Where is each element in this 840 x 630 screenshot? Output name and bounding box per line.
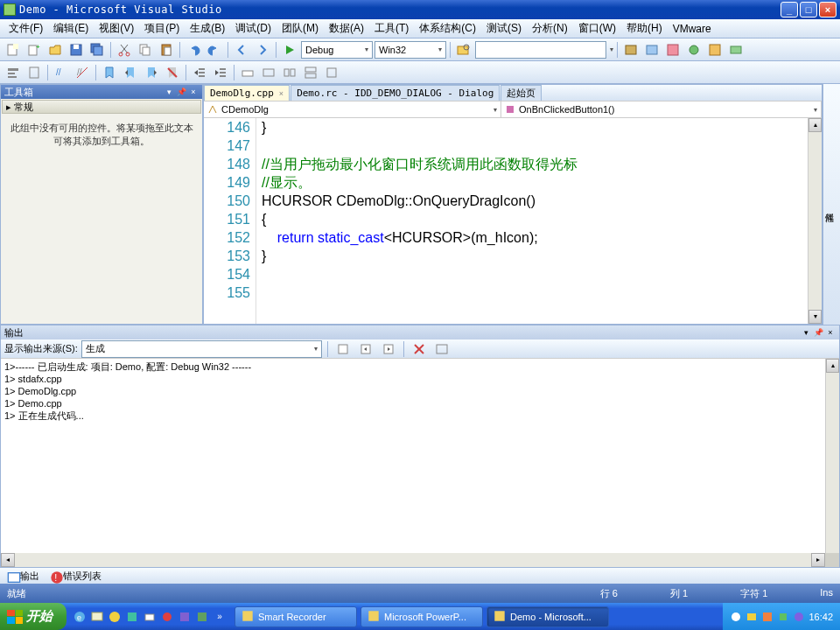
maximize-button[interactable]: □	[800, 2, 817, 18]
tab-close-icon[interactable]: ×	[279, 89, 284, 98]
tb2-j[interactable]	[259, 63, 278, 82]
btn-a[interactable]	[621, 40, 640, 60]
system-tray[interactable]: 16:42	[723, 603, 840, 630]
output-prev-button[interactable]	[356, 340, 375, 359]
menu-帮助H[interactable]: 帮助(H)	[621, 21, 668, 36]
copy-button[interactable]	[136, 40, 155, 60]
save-button[interactable]	[66, 40, 86, 60]
undo-button[interactable]	[184, 40, 203, 60]
toolbox-dropdown-button[interactable]: ▾	[164, 87, 174, 97]
editor-vscroll[interactable]: ▴ ▾	[808, 118, 822, 324]
btn-e[interactable]	[705, 40, 724, 60]
tb2-l[interactable]	[301, 63, 320, 82]
nav-back-button[interactable]	[232, 40, 251, 60]
ql-g[interactable]	[177, 607, 192, 626]
output-goto-button[interactable]	[333, 340, 353, 359]
bottom-tab-err[interactable]: !错误列表	[46, 570, 105, 583]
menu-数据A[interactable]: 数据(A)	[324, 21, 369, 36]
ql-i[interactable]: »	[212, 607, 228, 626]
btn-f[interactable]	[726, 40, 746, 60]
outdent-button[interactable]	[211, 63, 230, 82]
taskbar-button[interactable]: Microsoft PowerP...	[360, 606, 483, 627]
find-input[interactable]	[475, 41, 606, 59]
tray-e-icon[interactable]	[793, 611, 805, 623]
menu-工具T[interactable]: 工具(T)	[369, 21, 414, 36]
redo-button[interactable]	[205, 40, 224, 60]
function-dropdown[interactable]: OnBnClickedButton1()▾	[501, 102, 822, 117]
output-close-button[interactable]: ×	[825, 327, 836, 338]
tb2-i[interactable]	[238, 63, 257, 82]
bookmark-button[interactable]	[100, 63, 119, 82]
output-pin-button[interactable]: 📌	[813, 327, 823, 338]
cut-button[interactable]	[115, 40, 134, 60]
tray-d-icon[interactable]	[777, 611, 789, 623]
right-sidebar-strip[interactable]: 属性	[822, 84, 840, 325]
code-area[interactable]: 146147148149150151152153154155 }//当用户拖动最…	[204, 118, 822, 324]
menu-视图V[interactable]: 视图(V)	[94, 21, 139, 36]
taskbar-button[interactable]: Smart Recorder	[234, 606, 357, 627]
output-dropdown-button[interactable]: ▾	[801, 327, 811, 338]
menu-分析N[interactable]: 分析(N)	[527, 21, 573, 36]
nav-fwd-button[interactable]	[253, 40, 272, 60]
editor-tab[interactable]: DemoDlg.cpp×	[204, 85, 290, 101]
tb2-m[interactable]	[322, 63, 341, 82]
menu-体系结构C[interactable]: 体系结构(C)	[414, 21, 481, 36]
output-text[interactable]: 1>------ 已启动生成: 项目: Demo, 配置: Debug Win3…	[1, 359, 825, 553]
toolbox-group-general[interactable]: ▸ 常规	[2, 100, 201, 114]
taskbar-button[interactable]: Demo - Microsoft...	[486, 606, 609, 627]
btn-b[interactable]	[642, 40, 662, 60]
editor-tab[interactable]: Demo.rc - IDD_DEMO_DIALOG - Dialog	[290, 85, 500, 101]
open-button[interactable]	[46, 40, 65, 60]
start-button[interactable]: 开始	[0, 603, 66, 630]
class-dropdown[interactable]: CDemoDlg▾	[204, 102, 501, 117]
output-clear-button[interactable]	[410, 340, 429, 359]
add-item-button[interactable]: +	[24, 40, 44, 60]
uncomment-button[interactable]: //	[73, 63, 92, 82]
tray-a-icon[interactable]	[730, 611, 742, 623]
btn-c[interactable]	[663, 40, 682, 60]
output-hscroll[interactable]: ◂▸	[1, 553, 839, 567]
output-source-combo[interactable]: 生成▾	[81, 340, 322, 358]
save-all-button[interactable]	[88, 40, 107, 60]
close-button[interactable]: ×	[819, 2, 836, 18]
tb2-b[interactable]	[24, 63, 44, 82]
toolbox-close-button[interactable]: ×	[188, 87, 199, 97]
tray-c-icon[interactable]	[761, 611, 774, 623]
start-debug-button[interactable]	[280, 40, 299, 60]
new-project-button[interactable]	[4, 40, 23, 60]
ql-desktop-icon[interactable]	[89, 607, 105, 626]
output-next-button[interactable]	[379, 340, 398, 359]
output-wrap-button[interactable]	[432, 340, 452, 359]
ql-e[interactable]	[142, 607, 158, 626]
output-vscroll[interactable]: ▴	[825, 359, 839, 553]
prev-bookmark-button[interactable]	[121, 63, 140, 82]
btn-d[interactable]	[684, 40, 704, 60]
clear-bookmarks-button[interactable]	[163, 63, 182, 82]
indent-button[interactable]	[190, 63, 209, 82]
tray-b-icon[interactable]	[746, 611, 758, 623]
menu-VMware[interactable]: VMware	[668, 23, 717, 35]
menu-项目P[interactable]: 项目(P)	[139, 21, 185, 36]
bottom-tab-out[interactable]: 输出	[4, 570, 43, 583]
paste-button[interactable]	[157, 40, 176, 60]
menu-调试D[interactable]: 调试(D)	[230, 21, 276, 36]
ql-d[interactable]	[124, 607, 140, 626]
menu-测试S[interactable]: 测试(S)	[481, 21, 527, 36]
menu-窗口W[interactable]: 窗口(W)	[573, 21, 621, 36]
ql-c[interactable]	[107, 607, 122, 626]
toolbox-pin-button[interactable]: 📌	[176, 87, 186, 97]
tb2-a[interactable]	[4, 63, 23, 82]
ql-f[interactable]	[159, 607, 175, 626]
tray-clock[interactable]: 16:42	[808, 612, 833, 622]
ql-ie-icon[interactable]: e	[72, 607, 88, 626]
editor-tab[interactable]: 起始页	[500, 85, 542, 101]
minimize-button[interactable]: _	[780, 2, 798, 18]
menu-团队M[interactable]: 团队(M)	[276, 21, 324, 36]
platform-combo[interactable]: Win32▾	[374, 41, 446, 59]
tb2-k[interactable]	[280, 63, 299, 82]
menu-生成B[interactable]: 生成(B)	[185, 21, 230, 36]
ql-h[interactable]	[194, 607, 210, 626]
next-bookmark-button[interactable]	[142, 63, 161, 82]
find-in-files-button[interactable]	[454, 40, 473, 60]
menu-编辑E[interactable]: 编辑(E)	[48, 21, 94, 36]
